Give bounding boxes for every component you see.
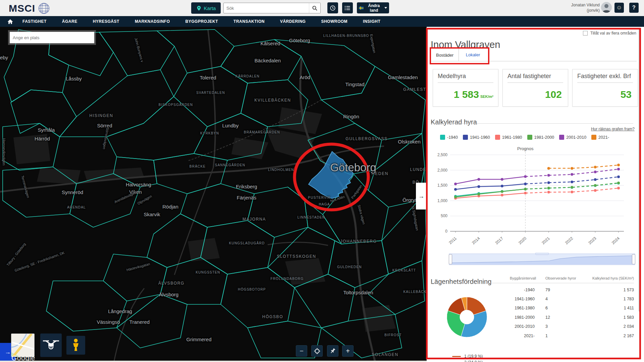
donut-legend-item[interactable]: 1 (19,9 %): [452, 353, 483, 359]
donut-slice-3[interactable]: [447, 311, 465, 337]
place-search-input[interactable]: [10, 32, 94, 43]
table-cell: 2001-2010: [502, 324, 539, 329]
nav-item-värdering[interactable]: VÄRDERING: [280, 19, 306, 24]
divider: [431, 283, 502, 283]
table-cell: 1941-1960: [502, 297, 539, 301]
donut-legend-item[interactable]: 2 (34,8 %): [452, 359, 483, 362]
map-type-button[interactable]: [11, 334, 35, 357]
tab-divider: [430, 61, 637, 61]
nav-item-marknadsinfo[interactable]: MARKNADSINFO: [135, 19, 170, 24]
map-view-label: Karta: [204, 5, 216, 11]
msci-logo[interactable]: MSCI: [9, 2, 50, 14]
feedback-button[interactable]: ☺: [614, 3, 624, 13]
map-thumbnail: [11, 334, 34, 357]
sweden-flag-icon: [359, 6, 364, 10]
table-header-divider: [502, 283, 634, 283]
svg-text:2014: 2014: [471, 236, 481, 245]
map-view-button[interactable]: Karta: [191, 2, 221, 14]
table-cell: 1961-1980: [502, 306, 539, 310]
nav-item-transaktion[interactable]: TRANSAKTION: [233, 19, 265, 24]
panel-scrollbar[interactable]: [639, 29, 641, 312]
table-cell: 1 583: [584, 315, 634, 320]
legend-item[interactable]: 1941-1960: [463, 135, 490, 140]
nav-item-showroom[interactable]: SHOWROOM: [321, 19, 347, 24]
table-cell: 2 167: [584, 334, 634, 338]
nav-item-insight[interactable]: INSIGHT: [363, 19, 380, 24]
svg-text:2011: 2011: [448, 236, 458, 245]
nav-item-hyresgäst[interactable]: HYRESGÄST: [93, 19, 119, 24]
nav-item-fastighet[interactable]: FASTIGHET: [22, 19, 47, 24]
svg-text:2021: 2021: [541, 236, 551, 245]
tab-bostäder[interactable]: Bostäder: [431, 48, 459, 61]
pin-button[interactable]: [327, 345, 338, 357]
tab-bar: BostäderLokaler: [431, 48, 487, 61]
map-canvas[interactable]: GöteborgebyKålseredGöteborgLILLHAGEN-BRU…: [0, 27, 427, 362]
legend-item[interactable]: 2001-2010: [559, 135, 586, 140]
table-cell: 12: [539, 315, 584, 320]
slider-handle-right[interactable]: [632, 254, 635, 264]
legend-item[interactable]: 1981-2000: [527, 135, 554, 140]
chart-section-title: Kalkylerad hyra: [431, 118, 477, 126]
legend-swatch: [495, 135, 500, 140]
svg-text:2,000: 2,000: [437, 168, 447, 173]
slider-grip[interactable]: [535, 253, 549, 255]
change-country-label: Ändra land: [366, 3, 382, 13]
user-handle: (jonvik): [564, 8, 600, 13]
list-menu-button[interactable]: [342, 2, 353, 13]
nav-item-byggprojekt[interactable]: BYGGPROJEKT: [185, 19, 218, 24]
help-icon: ?: [632, 5, 636, 11]
multi-area-checkbox[interactable]: [583, 31, 588, 36]
table-cell: 2021-: [502, 334, 539, 338]
svg-text:2017: 2017: [494, 236, 504, 245]
search-button[interactable]: [309, 3, 320, 13]
table-body: -1940791 5731941-196041 7831961-198061 4…: [502, 285, 634, 340]
svg-text:2022: 2022: [564, 236, 574, 245]
legend-item[interactable]: -1940: [440, 135, 458, 140]
stat-card: Medelhyra1 583SEK/m²: [433, 69, 498, 107]
legend-item[interactable]: 2021-: [591, 135, 609, 140]
legend-swatch: [527, 135, 532, 140]
drone-view-button[interactable]: [40, 334, 62, 357]
avatar-image: [601, 2, 612, 13]
zoom-in-button[interactable]: +: [342, 345, 354, 357]
nav-item-ägare[interactable]: ÄGARE: [62, 19, 77, 24]
multi-area-label: Tillåt val av flera områden: [590, 31, 636, 36]
panel-expand-button[interactable]: →: [416, 183, 427, 209]
stat-label: Fastigheter exkl. Brf: [577, 73, 633, 83]
legend-item[interactable]: 1961-1980: [495, 135, 522, 140]
map-attribution-strip: [0, 361, 427, 362]
history-button[interactable]: [327, 2, 338, 13]
search-input[interactable]: [224, 6, 309, 11]
stat-card: Antal fastigheter102: [502, 69, 568, 107]
table-cell: 4: [539, 297, 584, 301]
zoom-out-button[interactable]: −: [296, 345, 307, 357]
svg-text:2,500: 2,500: [437, 153, 447, 157]
apartment-donut-chart: [446, 296, 488, 338]
table-row: 1961-198061 411: [502, 304, 634, 313]
table-cell: 1: [539, 334, 584, 338]
pegman-button[interactable]: [66, 336, 85, 355]
pegman-icon: [71, 338, 81, 352]
table-cell: 3: [539, 324, 584, 329]
avatar[interactable]: [601, 2, 612, 13]
legend-swatch: [463, 135, 468, 140]
svg-text:1,500: 1,500: [437, 183, 447, 188]
locate-button[interactable]: [311, 345, 323, 357]
slider-handle-left[interactable]: [449, 254, 452, 264]
table-row: 1941-196041 783: [502, 294, 634, 303]
stat-value: 1 583: [454, 89, 479, 100]
globe-icon: [38, 2, 50, 14]
map-pin-icon: [196, 5, 202, 11]
place-search-frame: [8, 30, 96, 45]
how-is-graph-calculated-link[interactable]: Hur räknas grafen fram?: [591, 127, 635, 131]
drone-icon: [42, 339, 60, 351]
help-button[interactable]: ?: [629, 3, 639, 13]
tab-lokaler[interactable]: Lokaler: [459, 48, 487, 61]
nav-home[interactable]: [7, 19, 13, 24]
stat-cards: Medelhyra1 583SEK/m²Antal fastigheter102…: [433, 69, 638, 107]
stat-unit: SEK/m²: [480, 95, 493, 99]
table-cell: 1 573: [584, 288, 634, 292]
chart-range-slider[interactable]: [449, 253, 635, 266]
area-stats-panel: Tillåt val av flera områden Inom Vallgra…: [427, 27, 644, 362]
change-country-button[interactable]: Ändra land: [357, 2, 389, 13]
